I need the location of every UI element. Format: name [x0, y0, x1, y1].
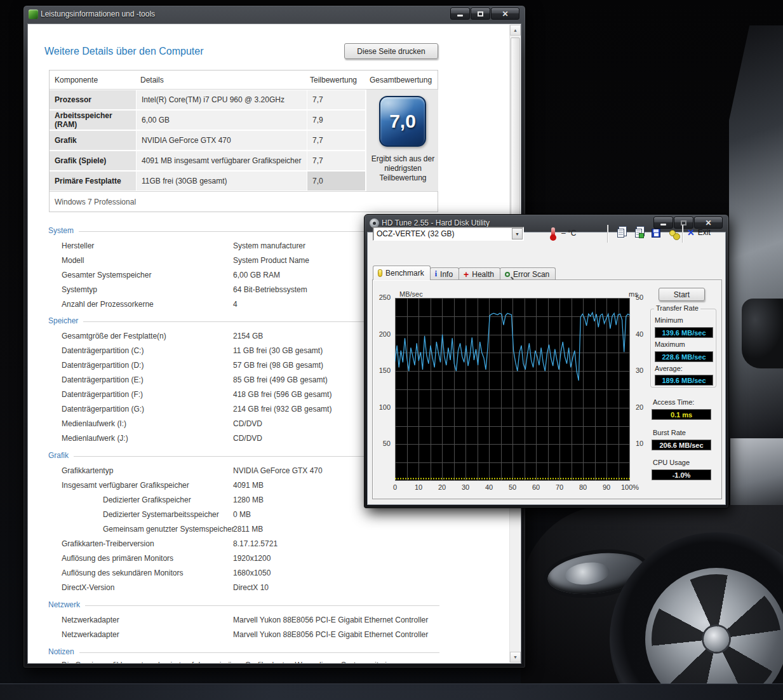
details-cell: Intel(R) Core(TM) i7 CPU 960 @ 3.20GHz — [137, 90, 307, 109]
minimize-icon — [457, 15, 463, 17]
x-axis-tick: 20 — [431, 483, 453, 491]
x-axis-tick: 100% — [619, 483, 641, 491]
table-header-row: Komponente Details Teilbewertung Gesamtb… — [50, 71, 438, 90]
scrollbar-thumb[interactable] — [511, 37, 520, 217]
item-value: NVIDIA GeForce GTX 470 — [233, 466, 323, 475]
performance-window-titlebar[interactable]: Leistungsinformationen und -tools ✕ — [23, 6, 525, 23]
table-row: Primäre Festplatte11GB frei (30GB gesamt… — [50, 171, 365, 191]
y-right-tick: 20 — [636, 403, 643, 411]
list-item: Dedizierter Systemarbeitsspeicher0 MB — [28, 508, 447, 522]
list-item: Auflösung des sekundären Monitors1680x10… — [28, 566, 447, 581]
exit-button[interactable]: ✕ Exit — [687, 228, 711, 237]
benchmark-chart-plot — [395, 298, 630, 481]
section-divider — [79, 652, 439, 653]
performance-window-title: Leistungsinformationen und -tools — [41, 10, 155, 18]
item-label: Grafikkarten-Treiberversion — [62, 539, 154, 548]
item-label: Auflösung des sekundären Monitors — [62, 569, 183, 577]
item-value: 1680x1050 — [233, 569, 271, 577]
item-value: 6,00 GB RAM — [233, 271, 280, 279]
item-label: Datenträgerpartition (F:) — [62, 390, 143, 399]
component-cell: Grafik (Spiele) — [50, 151, 136, 170]
item-value: 1280 MB — [233, 495, 264, 504]
col-header-basescore: Gesamtbewertung — [370, 76, 432, 84]
copy-text-button[interactable] — [613, 227, 627, 239]
minimize-button[interactable] — [450, 8, 470, 20]
average-value: 189.6 MB/sec — [655, 375, 713, 386]
drive-select-value: OCZ-VERTEX (32 GB) — [377, 229, 454, 238]
save-screenshot-button[interactable] — [649, 227, 663, 239]
item-value: 11 GB frei (30 GB gesamt) — [233, 346, 323, 355]
item-value: Marvell Yukon 88E8056 PCI-E Gigabit Ethe… — [233, 630, 428, 639]
list-item: DirectX-VersionDirectX 10 — [28, 581, 447, 595]
table-row: Arbeitsspeicher (RAM)6,00 GB7,9 — [50, 110, 365, 130]
exit-x-icon: ✕ — [687, 228, 695, 237]
toolbar-separator — [607, 225, 608, 243]
item-value: 64 Bit-Betriebssystem — [233, 285, 307, 294]
details-cell: NVIDIA GeForce GTX 470 — [137, 131, 307, 150]
scroll-down-icon[interactable]: ▼ — [510, 652, 521, 663]
wallpaper-car-window — [729, 25, 783, 457]
table-row: Grafik (Spiele)4091 MB insgesamt verfügb… — [50, 151, 365, 171]
item-value: 8.17.12.5721 — [233, 539, 278, 548]
transfer-rate-groupbox: Transfer Rate Minimum 139.6 MB/sec Maxim… — [650, 309, 716, 387]
copy-image-button[interactable] — [631, 227, 645, 239]
item-label: Netzwerkadapter — [62, 630, 119, 639]
tab-error-scan[interactable]: Error Scan — [500, 267, 556, 280]
notes-partial-text: Die Gaminggrafikbewertung basiert auf de… — [62, 661, 443, 664]
item-value: 4 — [233, 300, 238, 309]
subscore-cell: 7,0 — [307, 172, 365, 191]
start-button[interactable]: Start — [659, 288, 705, 301]
drive-select-dropdown[interactable]: OCZ-VERTEX (32 GB) ▼ — [373, 227, 524, 241]
item-value: 418 GB frei (596 GB gesamt) — [233, 390, 331, 399]
item-value: System Product Name — [233, 256, 309, 265]
close-button[interactable]: ✕ — [491, 8, 519, 20]
chevron-down-icon[interactable]: ▼ — [512, 228, 523, 239]
options-button[interactable] — [666, 227, 679, 239]
wallpaper-floor-strip — [0, 683, 783, 700]
item-value: 214 GB frei (932 GB gesamt) — [233, 405, 331, 414]
item-value: 2154 GB — [233, 332, 263, 340]
maximum-value: 228.6 MB/sec — [655, 351, 713, 362]
close-icon: ✕ — [705, 219, 711, 227]
item-label: Hersteller — [62, 241, 94, 250]
x-axis-tick: 90 — [596, 483, 617, 491]
item-label: DirectX-Version — [62, 583, 114, 592]
details-cell: 6,00 GB — [137, 111, 307, 130]
x-axis-tick: 40 — [478, 483, 500, 491]
scroll-up-icon[interactable]: ▲ — [510, 25, 521, 36]
x-axis-tick: 80 — [572, 483, 594, 491]
access-time-value: 0.1 ms — [652, 409, 711, 420]
section-title: Netzwerk — [48, 600, 80, 609]
minimum-label: Minimum — [655, 316, 683, 324]
section-title: Speicher — [48, 316, 78, 325]
hdtune-close-button[interactable]: ✕ — [694, 217, 723, 229]
tab-label: Health — [472, 270, 494, 279]
table-row: GrafikNVIDIA GeForce GTX 4707,7 — [50, 130, 365, 151]
x-axis-tick: 30 — [455, 483, 476, 491]
hdtune-tabs: BenchmarkiInfo+HealthError Scan — [373, 267, 555, 280]
error-scan-icon — [505, 272, 510, 277]
burst-rate-value: 206.6 MB/sec — [652, 440, 711, 450]
item-label: Gemeinsam genutzter Systemspeicher — [103, 525, 234, 534]
hdtune-window-title: HD Tune 2.55 - Hard Disk Utility — [382, 219, 490, 227]
list-item: NetzwerkadapterMarvell Yukon 88E8056 PCI… — [28, 628, 447, 642]
tab-info[interactable]: iInfo — [430, 267, 459, 280]
left-axis-unit: MB/sec — [399, 290, 423, 298]
item-label: Medienlaufwerk (I:) — [62, 419, 126, 428]
subscore-cell: 7,7 — [307, 90, 365, 109]
wallpaper-car-fender — [730, 438, 783, 515]
subscore-cell: 7,9 — [307, 111, 365, 130]
cpu-usage-label: CPU Usage — [653, 459, 690, 466]
print-page-button[interactable]: Diese Seite drucken — [344, 43, 438, 59]
y-left-tick: 100 — [379, 403, 391, 411]
y-right-tick: 10 — [636, 440, 643, 447]
maximize-button[interactable] — [471, 8, 490, 20]
table-row: ProzessorIntel(R) Core(TM) i7 CPU 960 @ … — [50, 90, 365, 110]
list-item: Grafikkarten-Treiberversion8.17.12.5721 — [28, 537, 447, 551]
tab-health[interactable]: +Health — [458, 267, 500, 280]
x-axis-tick: 0 — [384, 483, 406, 491]
item-label: Datenträgerpartition (D:) — [62, 361, 144, 370]
y-left-tick: 200 — [379, 330, 391, 338]
tab-benchmark[interactable]: Benchmark — [373, 266, 431, 280]
desktop: Leistungsinformationen und -tools ✕ Weit… — [0, 0, 783, 700]
